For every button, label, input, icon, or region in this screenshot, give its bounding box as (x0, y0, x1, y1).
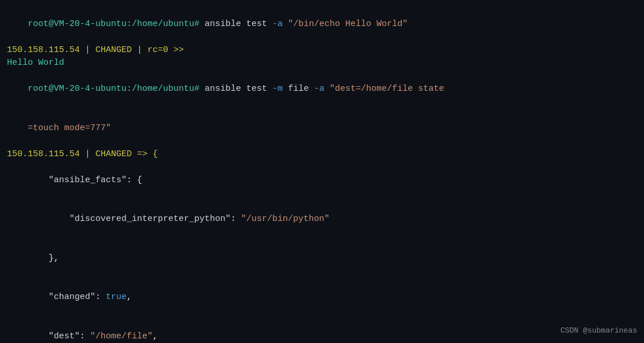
line-cmd1: root@VM-20-4-ubuntu:/home/ubuntu# ansibl… (7, 5, 637, 44)
json-line-4: "changed": true, (7, 278, 637, 318)
cmd2-module: file (283, 84, 314, 94)
json-colon-4: : (95, 292, 106, 302)
status-line-2: 150.158.115.54 | CHANGED => { (7, 148, 637, 161)
status2-text: 150.158.115.54 | CHANGED => { (7, 149, 158, 159)
cmd2-space2 (324, 84, 330, 94)
json-key-1: "ansible_facts" (28, 175, 127, 185)
json-colon-5: : (80, 331, 90, 341)
json-val-5: "/home/file" (90, 331, 153, 341)
hello-world-text: Hello World (7, 58, 64, 68)
json-line-1: "ansible_facts": { (7, 161, 637, 200)
cmd1-text: ansible test (199, 19, 272, 29)
prompt-root-1: root@VM-20-4-ubuntu:/home/ubuntu# (28, 19, 199, 29)
json-line-5: "dest": "/home/file", (7, 317, 637, 343)
cmd2-cont-text: =touch mode=777" (28, 123, 111, 133)
json-comma-4: , (127, 292, 132, 302)
cmd2-flag-m: -m (272, 84, 283, 94)
cmd1-arg: "/bin/echo Hello World" (288, 19, 408, 29)
terminal: root@VM-20-4-ubuntu:/home/ubuntu# ansibl… (0, 0, 644, 343)
cmd2-arg: "dest=/home/file state (330, 84, 444, 94)
json-key-2: "discovered_interpreter_python" (28, 214, 231, 224)
json-key-5: "dest" (28, 331, 80, 341)
cmd1-flag-a: -a (272, 19, 283, 29)
watermark: CSDN @submarineas (560, 325, 637, 337)
status1-text: 150.158.115.54 | CHANGED | rc=0 >> (7, 45, 184, 55)
line-cmd2-cont: =touch mode=777" (7, 109, 637, 148)
cmd2-flag-a: -a (314, 84, 324, 94)
json-val-4: true (106, 292, 127, 302)
json-colon-1: : { (127, 175, 142, 185)
json-line-2: "discovered_interpreter_python": "/usr/b… (7, 200, 637, 239)
json-val-2: "/usr/bin/python" (241, 214, 330, 224)
json-line-3: }, (7, 239, 637, 278)
cmd1-space (283, 19, 288, 29)
json-key-4: "changed" (28, 292, 95, 302)
line-cmd2: root@VM-20-4-ubuntu:/home/ubuntu# ansibl… (7, 70, 637, 109)
status-line-1: 150.158.115.54 | CHANGED | rc=0 >> (7, 44, 637, 57)
watermark-text: CSDN @submarineas (560, 326, 637, 335)
cmd2-text: ansible test (199, 84, 272, 94)
json-colon-2: : (231, 214, 241, 224)
hello-world-line: Hello World (7, 57, 637, 70)
json-comma-5: , (153, 331, 158, 341)
json-close-bracket: }, (28, 253, 59, 263)
prompt-root-2: root@VM-20-4-ubuntu:/home/ubuntu# (28, 84, 199, 94)
